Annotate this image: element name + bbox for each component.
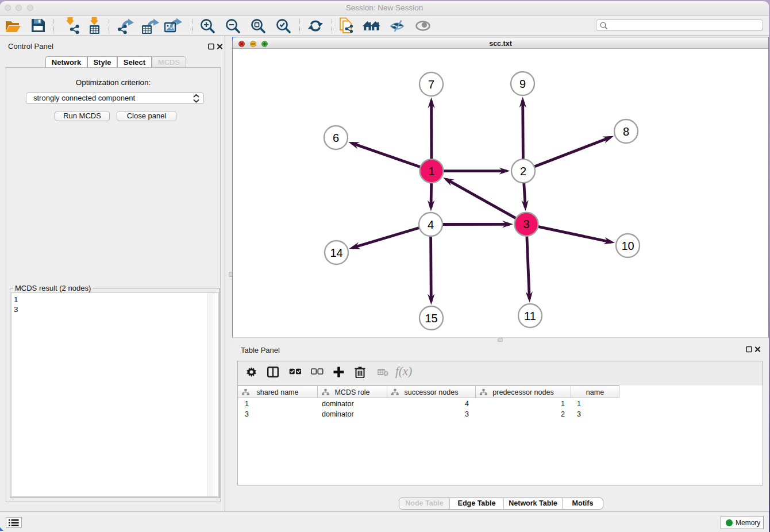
svg-text:8: 8 — [623, 125, 629, 138]
svg-text:2: 2 — [520, 165, 526, 178]
svg-text:6: 6 — [333, 132, 339, 144]
svg-text:11: 11 — [524, 310, 536, 322]
svg-text:15: 15 — [425, 312, 437, 325]
svg-text:10: 10 — [621, 240, 634, 252]
svg-text:3: 3 — [523, 218, 529, 230]
svg-text:4: 4 — [428, 218, 434, 231]
svg-text:7: 7 — [428, 78, 434, 91]
svg-text:1: 1 — [428, 165, 434, 178]
svg-text:9: 9 — [519, 78, 526, 90]
svg-text:14: 14 — [330, 246, 342, 259]
